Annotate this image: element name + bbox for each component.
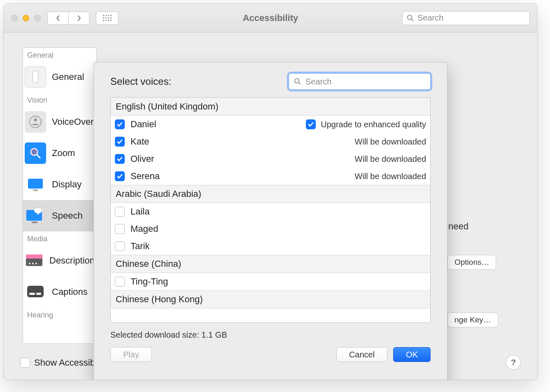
help-button[interactable]: ?: [506, 355, 521, 370]
voice-checkbox[interactable]: [115, 207, 125, 217]
dialog-header: Select voices: Search: [94, 63, 447, 97]
svg-rect-30: [36, 293, 41, 295]
voice-section-header: Chinese (China): [111, 255, 430, 273]
titlebar: Accessibility Search: [4, 4, 537, 33]
svg-rect-4: [103, 17, 104, 19]
svg-rect-5: [105, 17, 107, 19]
zoom-dot[interactable]: [34, 15, 41, 21]
voice-name: Kate: [131, 136, 149, 147]
toolbar-search[interactable]: Search: [402, 11, 530, 25]
forward-button[interactable]: [68, 12, 89, 24]
sidebar-item-descriptions[interactable]: Descriptions: [23, 245, 96, 276]
dialog-title: Select voices:: [110, 76, 171, 87]
voice-checkbox[interactable]: [115, 241, 125, 251]
svg-rect-19: [28, 179, 43, 189]
general-icon: [25, 66, 46, 88]
svg-point-14: [30, 116, 41, 128]
menubar-status-checkbox[interactable]: [20, 358, 30, 368]
svg-rect-28: [27, 286, 44, 297]
chevron-left-icon: [55, 15, 61, 21]
svg-point-12: [408, 15, 412, 19]
minimize-dot[interactable]: [23, 15, 29, 21]
sidebar-item-display[interactable]: Display: [23, 169, 96, 200]
content-area: General General Vision VoiceOver Zoom: [4, 33, 537, 380]
close-dot[interactable]: [11, 15, 18, 21]
traffic-lights: [11, 15, 41, 21]
voice-row[interactable]: Laila: [111, 203, 430, 220]
voice-section-header: Chinese (Hong Kong): [111, 290, 430, 308]
svg-rect-1: [105, 15, 107, 16]
svg-point-25: [29, 263, 30, 264]
svg-rect-0: [103, 15, 104, 16]
nav-segment: [47, 12, 89, 25]
sidebar-item-zoom[interactable]: Zoom: [23, 138, 96, 169]
ok-button[interactable]: OK: [393, 347, 431, 362]
voice-name: Tarik: [131, 241, 149, 252]
dialog-search[interactable]: Search: [289, 73, 431, 90]
voice-note: Will be downloaded: [355, 154, 426, 164]
cancel-button[interactable]: Cancel: [336, 347, 387, 362]
select-voices-dialog: Select voices: Search English (United Ki…: [93, 62, 447, 380]
voice-row[interactable]: Tarik: [111, 238, 430, 255]
voice-checkbox[interactable]: [115, 137, 125, 147]
svg-rect-6: [108, 17, 109, 19]
chevron-right-icon: [76, 15, 82, 21]
show-all-button[interactable]: [96, 12, 119, 25]
svg-rect-10: [108, 20, 109, 21]
svg-point-15: [34, 118, 37, 121]
svg-line-32: [299, 83, 301, 85]
category-sidebar: General General Vision VoiceOver Zoom: [23, 47, 97, 344]
voiceover-icon: [25, 111, 46, 133]
sidebar-group-general: General: [23, 48, 96, 61]
svg-rect-9: [105, 20, 107, 21]
sidebar-group-vision: Vision: [23, 93, 96, 106]
svg-rect-20: [33, 189, 38, 191]
voice-name: Daniel: [131, 119, 156, 130]
voice-name: Maged: [131, 224, 158, 234]
dialog-footer: Selected download size: 1.1 GB Play Canc…: [94, 323, 447, 362]
voice-row[interactable]: Maged: [111, 220, 430, 238]
voice-row[interactable]: Ting-Ting: [111, 273, 430, 290]
voice-note-text: Will be downloaded: [355, 172, 426, 181]
svg-rect-11: [110, 20, 112, 21]
svg-line-13: [412, 19, 414, 21]
voice-checkbox[interactable]: [115, 224, 125, 234]
back-button[interactable]: [48, 12, 68, 24]
voice-checkbox[interactable]: [115, 277, 125, 287]
voice-section-header: English (United Kingdom): [111, 98, 430, 116]
voice-note-text: Upgrade to enhanced quality: [321, 120, 426, 129]
display-icon: [25, 174, 46, 195]
preferences-window: Accessibility Search General General Vis…: [3, 3, 538, 380]
options-button[interactable]: Options…: [447, 255, 496, 270]
voice-checkbox[interactable]: [115, 119, 125, 129]
voice-name: Laila: [131, 206, 149, 217]
svg-point-18: [31, 149, 37, 155]
svg-rect-7: [110, 17, 112, 19]
voice-row[interactable]: SerenaWill be downloaded: [111, 168, 430, 185]
voice-name: Ting-Ting: [131, 276, 168, 287]
voice-row[interactable]: DanielUpgrade to enhanced quality: [111, 116, 430, 133]
captions-icon: [25, 281, 46, 303]
voice-checkbox[interactable]: [115, 154, 125, 164]
voice-list[interactable]: English (United Kingdom)DanielUpgrade to…: [110, 97, 431, 323]
play-button[interactable]: Play: [110, 347, 152, 362]
svg-point-26: [32, 263, 34, 264]
sidebar-item-speech[interactable]: Speech: [23, 200, 96, 231]
sidebar-item-voiceover[interactable]: VoiceOver: [23, 106, 96, 138]
voice-checkbox[interactable]: [115, 171, 125, 181]
dialog-search-placeholder: Search: [305, 77, 331, 86]
svg-line-17: [37, 154, 40, 158]
zoom-icon: [25, 142, 46, 164]
sidebar-group-hearing: Hearing: [23, 308, 96, 321]
sidebar-item-captions[interactable]: Captions: [23, 276, 96, 308]
voice-note: Upgrade to enhanced quality: [306, 119, 426, 129]
sidebar-item-general[interactable]: General: [23, 61, 96, 93]
svg-rect-3: [110, 15, 112, 16]
change-key-button[interactable]: nge Key…: [447, 313, 498, 327]
voice-row[interactable]: OliverWill be downloaded: [111, 150, 430, 168]
voice-row[interactable]: KateWill be downloaded: [111, 133, 430, 150]
voice-note: Will be downloaded: [355, 172, 426, 181]
descriptions-icon: [25, 250, 44, 271]
enhance-checkbox[interactable]: [306, 119, 316, 129]
search-icon: [407, 14, 414, 22]
